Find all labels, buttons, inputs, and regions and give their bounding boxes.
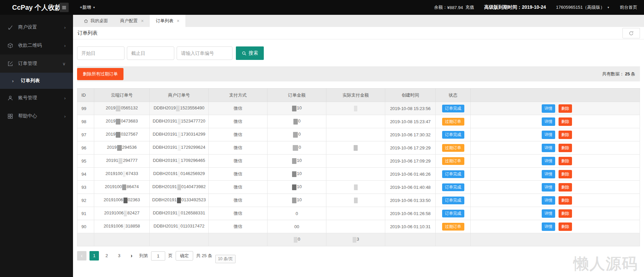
page-button-1[interactable]: 1	[90, 251, 99, 261]
sidebar-item-qrcode[interactable]: 收款二维码›	[0, 36, 73, 55]
pagination: ‹123›到第页确定共 25 条10 条/页	[77, 251, 640, 261]
table-row: 9720190327567DDBH201911730314299微信02019-…	[77, 128, 640, 141]
cell-id: 96	[77, 141, 94, 154]
detail-button[interactable]: 详情	[542, 131, 555, 139]
table-row: 93201910086474DDBH201910140473982微信10201…	[77, 181, 640, 194]
detail-button[interactable]: 详情	[542, 104, 555, 113]
redaction-block	[177, 184, 181, 190]
menu-toggle-button[interactable]	[60, 3, 69, 12]
tab-order-list[interactable]: 订单列表×	[150, 15, 185, 27]
cell-order-amount: 0	[267, 115, 326, 128]
cell-merchant-order-no: DDBH201911523477720	[150, 115, 209, 128]
pen-icon	[7, 25, 13, 30]
redaction-block	[292, 158, 296, 164]
cell-id: 97	[77, 128, 94, 141]
detail-button[interactable]: 详情	[542, 170, 555, 178]
detail-button[interactable]: 详情	[542, 209, 555, 218]
delete-button[interactable]: 删除	[559, 209, 572, 218]
search-button[interactable]: 搜索	[236, 46, 264, 60]
chevron-icon: ›	[64, 96, 66, 101]
cell-actual-amount	[326, 194, 385, 207]
table-row: 94201910067433DDBH201910146256929微信10201…	[77, 168, 640, 181]
account-menu[interactable]: 17605965151（高级版） ▼	[556, 4, 610, 10]
sidebar-subitem-order-list[interactable]: ›订单列表	[0, 73, 73, 89]
refresh-button[interactable]	[622, 28, 640, 38]
cell-id: 98	[77, 115, 94, 128]
edit-icon	[7, 61, 13, 67]
prev-page-button[interactable]: ‹	[77, 251, 86, 261]
page-button-3[interactable]: 3	[114, 251, 124, 261]
start-date-input[interactable]	[77, 46, 124, 60]
sidebar-item-account-management[interactable]: 账号管理›	[0, 89, 73, 107]
sidebar-item-order-management[interactable]: 订单管理∨	[0, 55, 73, 73]
status-badge: 过期订单	[442, 118, 464, 126]
status-badge: 过期订单	[442, 223, 464, 231]
balance-info: 余额：¥887.94 充值	[434, 4, 474, 10]
delete-button[interactable]: 删除	[559, 170, 572, 178]
cell-pay-method: 微信	[209, 194, 267, 207]
cell-created-time: 2019-10-08 15:23:56	[385, 102, 436, 115]
frontend-home-link[interactable]: 前台首页	[620, 4, 637, 10]
cell-actions: 详情删除	[471, 154, 640, 168]
tab-desktop[interactable]: 我的桌面	[78, 15, 114, 27]
delete-button[interactable]: 删除	[559, 157, 572, 165]
cell-status: 订单完成	[436, 168, 471, 181]
redaction-block	[178, 158, 180, 164]
cell-status: 过期订单	[436, 220, 471, 233]
cell-id: 93	[77, 181, 94, 194]
delete-button[interactable]: 删除	[559, 183, 572, 192]
sidebar-item-merchant-settings[interactable]: 商户设置›	[0, 18, 73, 36]
jump-page-input[interactable]	[151, 251, 165, 261]
record-count: 共有数据：25条	[602, 71, 635, 77]
cell-merchant-order-no: DDBH201911730314299	[150, 128, 209, 141]
cell-cloud-order-no: 2019100602363	[94, 194, 150, 207]
tab-merchant-config[interactable]: 商户配置×	[114, 15, 150, 27]
redaction-block	[354, 106, 357, 111]
delete-button[interactable]: 删除	[559, 222, 572, 231]
table-row: 9520191294777DDBH201911709296465微信102019…	[77, 154, 640, 168]
cell-created-time: 2019-10-06 17:09:29	[385, 154, 436, 168]
cell-actual-amount	[326, 181, 385, 194]
cell-cloud-order-no: 20190327567	[94, 128, 150, 141]
delete-button[interactable]: 删除	[559, 104, 572, 113]
close-icon[interactable]: ×	[177, 18, 179, 24]
status-badge: 过期订单	[442, 144, 464, 152]
cell-order-amount: 10	[267, 194, 326, 207]
column-header: 云端订单号	[94, 89, 150, 102]
cell-actual-amount	[326, 154, 385, 168]
detail-button[interactable]: 详情	[542, 144, 555, 152]
detail-button[interactable]: 详情	[542, 157, 555, 165]
detail-button[interactable]: 详情	[542, 222, 555, 231]
detail-button[interactable]: 详情	[542, 183, 555, 192]
delete-button[interactable]: 删除	[559, 131, 572, 139]
cell-actions: 详情删除	[471, 194, 640, 207]
delete-button[interactable]: 删除	[559, 144, 572, 152]
cell-pay-method: 微信	[209, 102, 267, 115]
next-page-button[interactable]: ›	[127, 251, 136, 261]
redaction-block	[122, 184, 126, 190]
detail-button[interactable]: 详情	[542, 196, 555, 205]
page-button-2[interactable]: 2	[102, 251, 111, 261]
end-date-input[interactable]	[127, 46, 174, 60]
status-badge: 订单完成	[442, 131, 464, 139]
delete-expired-button[interactable]: 删除所有过期订单	[77, 68, 123, 80]
add-new-button[interactable]: +新增 ▼	[80, 0, 96, 15]
cell-pay-method: 微信	[209, 181, 267, 194]
close-icon[interactable]: ×	[141, 18, 144, 24]
delete-button[interactable]: 删除	[559, 196, 572, 205]
status-badge: 订单完成	[442, 183, 464, 191]
cell-status: 订单完成	[436, 194, 471, 207]
order-no-input[interactable]	[177, 46, 232, 60]
delete-button[interactable]: 删除	[559, 117, 572, 126]
cell-actual-amount	[326, 207, 385, 220]
sidebar-item-label: 帮助中心	[18, 113, 64, 119]
sidebar-item-help-center[interactable]: 帮助中心›	[0, 107, 73, 125]
redaction-block	[116, 132, 120, 138]
recharge-link[interactable]: 充值	[465, 4, 474, 10]
chevron-icon: ›	[64, 114, 66, 119]
detail-button[interactable]: 详情	[542, 117, 555, 126]
cell-created-time: 2019-10-06 17:29:29	[385, 141, 436, 154]
confirm-page-button[interactable]: 确定	[176, 251, 193, 261]
table-toolbar: 删除所有过期订单 共有数据：25条	[77, 66, 640, 81]
page-size-select[interactable]: 10 条/页	[215, 255, 236, 263]
